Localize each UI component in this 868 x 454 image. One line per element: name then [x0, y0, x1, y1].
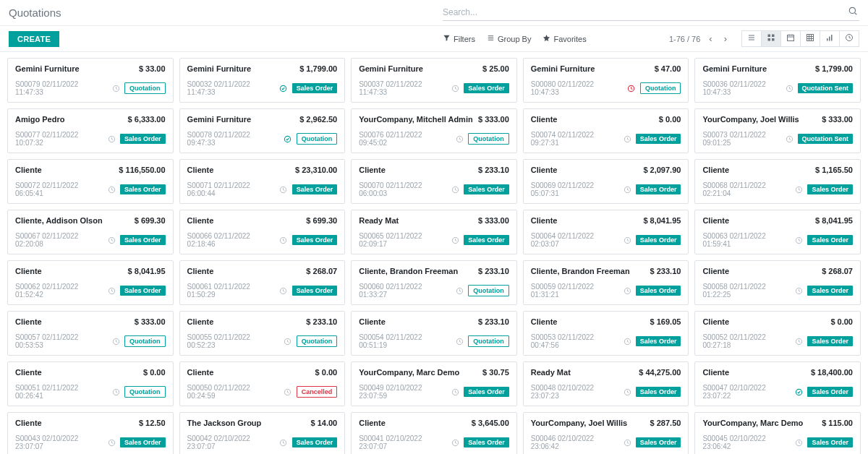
activity-icon[interactable] — [451, 438, 459, 447]
activity-icon[interactable] — [284, 337, 292, 346]
activity-icon[interactable] — [624, 236, 631, 244]
activity-icon[interactable] — [108, 236, 116, 244]
quotation-card[interactable]: Cliente$ 233.10S00070 02/11/2022 06:00:0… — [351, 159, 517, 204]
activity-icon[interactable] — [786, 84, 793, 93]
quotation-card[interactable]: Gemini Furniture$ 47.00S00080 02/11/2022… — [523, 58, 689, 103]
activity-icon[interactable] — [624, 286, 631, 295]
groupby-dropdown[interactable]: Group By — [487, 34, 531, 43]
quotation-card[interactable]: Gemini Furniture$ 1,799.00S00032 02/11/2… — [179, 58, 346, 103]
pager-prev-button[interactable]: ‹ — [706, 32, 715, 46]
quotation-card[interactable]: Cliente$ 8,041.95S00064 02/11/2022 02:03… — [523, 210, 689, 254]
status-badge: Sales Order — [464, 235, 509, 245]
card-ref: S00062 02/11/2022 01:52:42 — [15, 283, 103, 299]
quotation-card[interactable]: Gemini Furniture$ 25.00S00037 02/11/2022… — [351, 58, 517, 103]
pager-text[interactable]: 1-76 / 76 — [669, 35, 700, 43]
quotation-card[interactable]: Cliente$ 18,400.00S00047 02/10/2022 23:0… — [694, 361, 861, 406]
activity-icon[interactable] — [451, 84, 459, 93]
activity-icon[interactable] — [279, 438, 287, 447]
activity-icon[interactable] — [108, 438, 116, 447]
quotation-card[interactable]: Cliente$ 3,645.00S00041 02/10/2022 23:07… — [351, 412, 517, 454]
quotation-card[interactable]: YourCompany, Marc Demo$ 115.00S00045 02/… — [694, 412, 861, 454]
quotation-card[interactable]: YourCompany, Mitchell Admin$ 333.00S0007… — [351, 108, 517, 153]
activity-icon[interactable] — [795, 337, 803, 346]
quotation-card[interactable]: Cliente$ 233.10S00055 02/11/2022 00:52:2… — [179, 311, 346, 356]
quotation-card[interactable]: Cliente$ 23,310.00S00071 02/11/2022 06:0… — [179, 159, 346, 204]
activity-icon[interactable] — [111, 84, 120, 93]
view-activity-button[interactable] — [840, 31, 859, 46]
activity-icon[interactable] — [795, 286, 803, 295]
quotation-card[interactable]: Cliente$ 233.10S00054 02/11/2022 00:51:1… — [351, 311, 517, 356]
activity-icon[interactable] — [451, 387, 459, 396]
activity-icon[interactable] — [108, 286, 116, 295]
activity-icon[interactable] — [624, 387, 631, 396]
activity-icon[interactable] — [455, 134, 464, 143]
quotation-card[interactable]: YourCompany, Joel Willis$ 333.00S00073 0… — [694, 108, 861, 153]
activity-icon[interactable] — [624, 337, 631, 346]
quotation-card[interactable]: Cliente, Addison Olson$ 699.30S00067 02/… — [7, 210, 174, 254]
quotation-card[interactable]: Cliente$ 0.00S00052 02/11/2022 00:27:18S… — [694, 311, 861, 356]
quotation-card[interactable]: Cliente$ 0.00S00051 02/11/2022 00:26:41Q… — [7, 361, 174, 406]
activity-icon[interactable] — [627, 84, 636, 93]
activity-icon[interactable] — [279, 286, 287, 295]
activity-icon[interactable] — [795, 185, 803, 194]
quotation-card[interactable]: Cliente$ 268.07S00061 02/11/2022 01:50:2… — [179, 260, 346, 305]
quotation-card[interactable]: Cliente$ 116,550.00S00072 02/11/2022 06:… — [7, 159, 174, 204]
quotation-card[interactable]: Gemini Furniture$ 1,799.00S00036 02/11/2… — [694, 58, 861, 103]
activity-icon[interactable] — [279, 84, 287, 93]
quotation-card[interactable]: Ready Mat$ 44,275.00S00048 02/10/2022 23… — [523, 361, 689, 406]
activity-icon[interactable] — [108, 185, 116, 194]
quotation-card[interactable]: Gemini Furniture$ 33.00S00079 02/11/2022… — [7, 58, 174, 103]
quotation-card[interactable]: Cliente$ 169.05S00053 02/11/2022 00:47:5… — [523, 311, 689, 356]
activity-icon[interactable] — [111, 337, 120, 346]
pager-next-button[interactable]: › — [721, 32, 730, 46]
view-graph-button[interactable] — [820, 31, 840, 46]
quotation-card[interactable]: The Jackson Group$ 14.00S00042 02/10/202… — [179, 412, 346, 454]
activity-icon[interactable] — [624, 134, 631, 143]
activity-icon[interactable] — [795, 236, 803, 244]
activity-icon[interactable] — [624, 185, 631, 194]
quotation-card[interactable]: YourCompany, Marc Demo$ 30.75S00049 02/1… — [351, 361, 517, 406]
activity-icon[interactable] — [451, 185, 459, 194]
quotation-card[interactable]: Gemini Furniture$ 2,962.50S00078 02/11/2… — [179, 108, 346, 153]
activity-icon[interactable] — [451, 236, 459, 244]
create-button[interactable]: CREATE — [9, 31, 59, 47]
quotation-card[interactable]: Cliente$ 699.30S00066 02/11/2022 02:18:4… — [179, 210, 346, 254]
quotation-card[interactable]: Amigo Pedro$ 6,333.00S00077 02/11/2022 1… — [7, 108, 174, 153]
quotation-card[interactable]: Cliente$ 2,097.90S00069 02/11/2022 05:07… — [523, 159, 689, 204]
card-customer: Gemini Furniture — [702, 64, 767, 73]
quotation-card[interactable]: Cliente$ 12.50S00043 02/10/2022 23:07:07… — [7, 412, 174, 454]
activity-icon[interactable] — [455, 337, 464, 346]
view-pivot-button[interactable] — [801, 31, 820, 46]
quotation-card[interactable]: Cliente, Brandon Freeman$ 233.10S00060 0… — [351, 260, 517, 305]
quotation-card[interactable]: Cliente$ 333.00S00057 02/11/2022 00:53:5… — [7, 311, 174, 356]
filters-dropdown[interactable]: Filters — [443, 34, 475, 43]
activity-icon[interactable] — [795, 438, 803, 447]
search-icon[interactable] — [848, 6, 858, 18]
activity-icon[interactable] — [284, 134, 292, 143]
card-bottom: S00050 02/11/2022 00:24:59Cancelled — [187, 384, 338, 400]
quotation-card[interactable]: Cliente, Brandon Freeman$ 233.10S00059 0… — [523, 260, 689, 305]
search-input[interactable] — [443, 4, 859, 21]
quotation-card[interactable]: Cliente$ 8,041.95S00063 02/11/2022 01:59… — [694, 210, 861, 254]
activity-icon[interactable] — [624, 438, 631, 447]
activity-icon[interactable] — [795, 387, 803, 396]
view-kanban-button[interactable] — [762, 31, 781, 46]
quotation-card[interactable]: Ready Mat$ 333.00S00065 02/11/2022 02:09… — [351, 210, 517, 254]
favorites-dropdown[interactable]: Favorites — [542, 34, 586, 43]
quotation-card[interactable]: Cliente$ 268.07S00058 02/11/2022 01:22:2… — [694, 260, 861, 305]
card-customer: Cliente — [187, 267, 214, 275]
activity-icon[interactable] — [279, 185, 287, 194]
quotation-card[interactable]: Cliente$ 0.00S00050 02/11/2022 00:24:59C… — [179, 361, 346, 406]
view-calendar-button[interactable] — [781, 31, 801, 46]
quotation-card[interactable]: YourCompany, Joel Willis$ 287.50S00046 0… — [523, 412, 689, 454]
quotation-card[interactable]: Cliente$ 8,041.95S00062 02/11/2022 01:52… — [7, 260, 174, 305]
activity-icon[interactable] — [284, 387, 292, 396]
quotation-card[interactable]: Cliente$ 1,165.50S00068 02/11/2022 02:21… — [694, 159, 861, 204]
view-list-button[interactable] — [742, 31, 762, 46]
activity-icon[interactable] — [279, 236, 287, 244]
activity-icon[interactable] — [108, 134, 116, 143]
activity-icon[interactable] — [786, 134, 793, 143]
activity-icon[interactable] — [111, 387, 120, 396]
quotation-card[interactable]: Cliente$ 0.00S00074 02/11/2022 09:27:31S… — [523, 108, 689, 153]
activity-icon[interactable] — [455, 286, 464, 295]
